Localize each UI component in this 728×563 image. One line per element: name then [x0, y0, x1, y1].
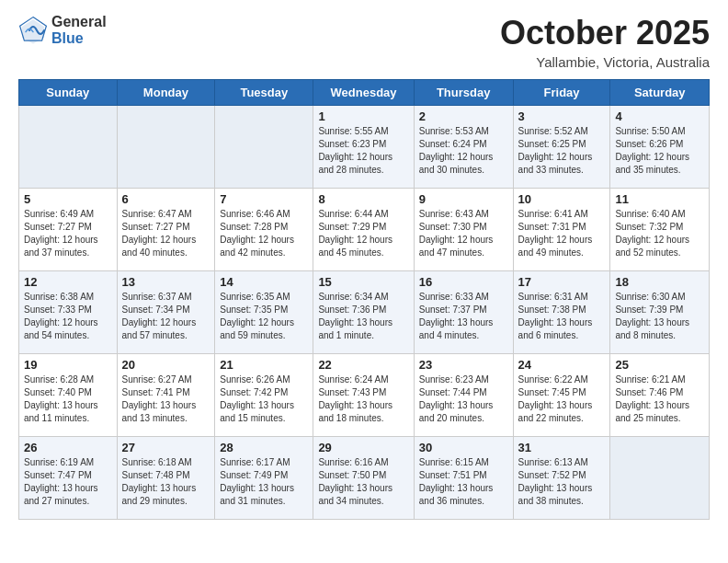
day-info: Sunrise: 6:35 AM Sunset: 7:35 PM Dayligh…	[220, 291, 308, 342]
logo-icon	[18, 16, 48, 45]
day-number: 30	[419, 441, 508, 454]
calendar-cell: 23Sunrise: 6:23 AM Sunset: 7:44 PM Dayli…	[414, 354, 513, 437]
day-number: 25	[615, 358, 704, 372]
logo: General Blue	[18, 14, 107, 46]
calendar-week-row: 19Sunrise: 6:28 AM Sunset: 7:40 PM Dayli…	[19, 354, 710, 437]
day-number: 28	[220, 441, 308, 454]
day-info: Sunrise: 6:37 AM Sunset: 7:34 PM Dayligh…	[122, 291, 210, 342]
weekday-monday: Monday	[117, 80, 215, 106]
day-info: Sunrise: 6:19 AM Sunset: 7:47 PM Dayligh…	[24, 456, 112, 508]
calendar-cell: 22Sunrise: 6:24 AM Sunset: 7:43 PM Dayli…	[313, 354, 414, 437]
calendar-cell: 19Sunrise: 6:28 AM Sunset: 7:40 PM Dayli…	[19, 354, 118, 437]
day-number: 11	[615, 192, 704, 206]
day-number: 9	[419, 192, 508, 206]
calendar-week-row: 26Sunrise: 6:19 AM Sunset: 7:47 PM Dayli…	[19, 437, 710, 520]
calendar-cell: 5Sunrise: 6:49 AM Sunset: 7:27 PM Daylig…	[19, 189, 118, 271]
logo-general: General	[51, 14, 107, 30]
day-number: 23	[419, 358, 508, 372]
day-number: 22	[318, 358, 408, 372]
calendar-cell: 10Sunrise: 6:41 AM Sunset: 7:31 PM Dayli…	[513, 189, 610, 271]
day-info: Sunrise: 5:50 AM Sunset: 6:26 PM Dayligh…	[615, 125, 704, 177]
calendar-cell: 18Sunrise: 6:30 AM Sunset: 7:39 PM Dayli…	[610, 271, 710, 354]
day-number: 20	[122, 358, 210, 372]
calendar-cell: 27Sunrise: 6:18 AM Sunset: 7:48 PM Dayli…	[117, 437, 215, 520]
calendar-cell: 25Sunrise: 6:21 AM Sunset: 7:46 PM Dayli…	[610, 354, 710, 437]
day-info: Sunrise: 6:27 AM Sunset: 7:41 PM Dayligh…	[122, 373, 210, 425]
day-info: Sunrise: 6:49 AM Sunset: 7:27 PM Dayligh…	[24, 208, 112, 259]
day-info: Sunrise: 6:33 AM Sunset: 7:37 PM Dayligh…	[419, 291, 508, 342]
day-number: 2	[419, 109, 508, 123]
day-number: 13	[122, 275, 210, 289]
calendar-cell: 26Sunrise: 6:19 AM Sunset: 7:47 PM Dayli…	[19, 437, 118, 520]
calendar-cell: 2Sunrise: 5:53 AM Sunset: 6:24 PM Daylig…	[414, 106, 513, 189]
day-info: Sunrise: 6:43 AM Sunset: 7:30 PM Dayligh…	[419, 208, 508, 259]
weekday-friday: Friday	[513, 80, 610, 106]
calendar-cell: 14Sunrise: 6:35 AM Sunset: 7:35 PM Dayli…	[215, 271, 313, 354]
calendar-cell: 29Sunrise: 6:16 AM Sunset: 7:50 PM Dayli…	[313, 437, 414, 520]
calendar-week-row: 5Sunrise: 6:49 AM Sunset: 7:27 PM Daylig…	[19, 189, 710, 271]
calendar-cell	[19, 106, 118, 189]
weekday-sunday: Sunday	[19, 80, 118, 106]
calendar-cell: 15Sunrise: 6:34 AM Sunset: 7:36 PM Dayli…	[313, 271, 414, 354]
day-info: Sunrise: 6:24 AM Sunset: 7:43 PM Dayligh…	[318, 373, 408, 425]
day-number: 26	[24, 441, 112, 454]
day-number: 4	[615, 109, 704, 123]
day-info: Sunrise: 5:52 AM Sunset: 6:25 PM Dayligh…	[518, 125, 606, 177]
calendar-cell: 4Sunrise: 5:50 AM Sunset: 6:26 PM Daylig…	[610, 106, 710, 189]
day-number: 1	[318, 109, 408, 123]
day-info: Sunrise: 6:38 AM Sunset: 7:33 PM Dayligh…	[24, 291, 112, 342]
day-info: Sunrise: 6:17 AM Sunset: 7:49 PM Dayligh…	[220, 456, 308, 508]
calendar: SundayMondayTuesdayWednesdayThursdayFrid…	[18, 79, 710, 520]
day-info: Sunrise: 6:13 AM Sunset: 7:52 PM Dayligh…	[518, 456, 606, 508]
calendar-cell: 11Sunrise: 6:40 AM Sunset: 7:32 PM Dayli…	[610, 189, 710, 271]
header: General Blue October 2025 Yallambie, Vic…	[18, 14, 710, 70]
title-section: October 2025 Yallambie, Victoria, Austra…	[500, 14, 710, 70]
calendar-cell	[215, 106, 313, 189]
day-info: Sunrise: 6:22 AM Sunset: 7:45 PM Dayligh…	[518, 373, 606, 425]
day-number: 15	[318, 275, 408, 289]
calendar-cell: 7Sunrise: 6:46 AM Sunset: 7:28 PM Daylig…	[215, 189, 313, 271]
weekday-wednesday: Wednesday	[313, 80, 414, 106]
weekday-thursday: Thursday	[414, 80, 513, 106]
day-number: 21	[220, 358, 308, 372]
day-info: Sunrise: 6:21 AM Sunset: 7:46 PM Dayligh…	[615, 373, 704, 425]
logo-text: General Blue	[51, 14, 107, 46]
calendar-cell: 30Sunrise: 6:15 AM Sunset: 7:51 PM Dayli…	[414, 437, 513, 520]
calendar-cell	[117, 106, 215, 189]
location-title: Yallambie, Victoria, Australia	[500, 54, 710, 70]
day-info: Sunrise: 5:55 AM Sunset: 6:23 PM Dayligh…	[318, 125, 408, 177]
weekday-header-row: SundayMondayTuesdayWednesdayThursdayFrid…	[19, 80, 710, 106]
day-number: 7	[220, 192, 308, 206]
calendar-cell: 21Sunrise: 6:26 AM Sunset: 7:42 PM Dayli…	[215, 354, 313, 437]
calendar-cell: 24Sunrise: 6:22 AM Sunset: 7:45 PM Dayli…	[513, 354, 610, 437]
day-number: 29	[318, 441, 408, 454]
month-title: October 2025	[500, 14, 710, 52]
day-info: Sunrise: 6:47 AM Sunset: 7:27 PM Dayligh…	[122, 208, 210, 259]
day-number: 5	[24, 192, 112, 206]
day-info: Sunrise: 6:23 AM Sunset: 7:44 PM Dayligh…	[419, 373, 508, 425]
day-info: Sunrise: 6:41 AM Sunset: 7:31 PM Dayligh…	[518, 208, 606, 259]
calendar-cell: 3Sunrise: 5:52 AM Sunset: 6:25 PM Daylig…	[513, 106, 610, 189]
day-info: Sunrise: 6:34 AM Sunset: 7:36 PM Dayligh…	[318, 291, 408, 342]
day-number: 31	[518, 441, 606, 454]
day-info: Sunrise: 6:28 AM Sunset: 7:40 PM Dayligh…	[24, 373, 112, 425]
day-number: 16	[419, 275, 508, 289]
day-info: Sunrise: 6:16 AM Sunset: 7:50 PM Dayligh…	[318, 456, 408, 508]
calendar-cell: 8Sunrise: 6:44 AM Sunset: 7:29 PM Daylig…	[313, 189, 414, 271]
calendar-cell: 28Sunrise: 6:17 AM Sunset: 7:49 PM Dayli…	[215, 437, 313, 520]
day-info: Sunrise: 6:15 AM Sunset: 7:51 PM Dayligh…	[419, 456, 508, 508]
calendar-cell: 16Sunrise: 6:33 AM Sunset: 7:37 PM Dayli…	[414, 271, 513, 354]
day-info: Sunrise: 5:53 AM Sunset: 6:24 PM Dayligh…	[419, 125, 508, 177]
calendar-cell: 12Sunrise: 6:38 AM Sunset: 7:33 PM Dayli…	[19, 271, 118, 354]
day-info: Sunrise: 6:44 AM Sunset: 7:29 PM Dayligh…	[318, 208, 408, 259]
day-info: Sunrise: 6:40 AM Sunset: 7:32 PM Dayligh…	[615, 208, 704, 259]
day-info: Sunrise: 6:18 AM Sunset: 7:48 PM Dayligh…	[122, 456, 210, 508]
day-number: 6	[122, 192, 210, 206]
day-info: Sunrise: 6:30 AM Sunset: 7:39 PM Dayligh…	[615, 291, 704, 342]
calendar-cell	[610, 437, 710, 520]
day-info: Sunrise: 6:46 AM Sunset: 7:28 PM Dayligh…	[220, 208, 308, 259]
calendar-cell: 9Sunrise: 6:43 AM Sunset: 7:30 PM Daylig…	[414, 189, 513, 271]
calendar-cell: 6Sunrise: 6:47 AM Sunset: 7:27 PM Daylig…	[117, 189, 215, 271]
page: General Blue October 2025 Yallambie, Vic…	[0, 0, 728, 563]
day-number: 12	[24, 275, 112, 289]
